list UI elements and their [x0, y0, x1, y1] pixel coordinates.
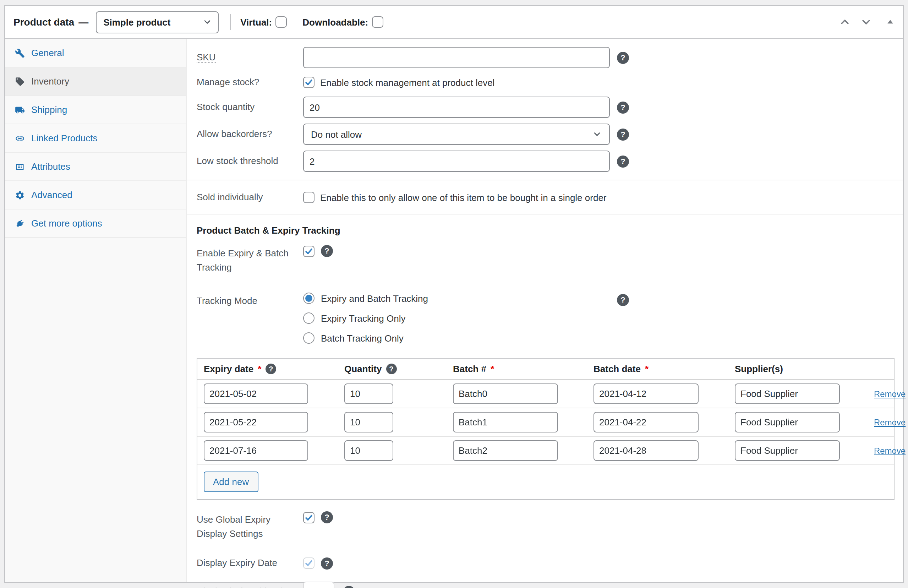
product-data-metabox: Product data — Simple product Virtual: D…	[4, 5, 904, 583]
tab-label: Advanced	[31, 190, 72, 200]
enable-tracking-checkbox[interactable]	[303, 245, 314, 257]
admin-page: Product data — Simple product Virtual: D…	[0, 0, 908, 588]
list-card-icon	[15, 161, 25, 171]
col-header-expiry-date: Expiry date	[204, 364, 253, 374]
gear-icon	[15, 190, 25, 200]
supplier-input[interactable]	[735, 440, 840, 461]
display-expiry-help-icon[interactable]: ?	[321, 557, 333, 569]
tab-label: Get more options	[31, 218, 102, 229]
sold-individually-description: Enable this to only allow one of this it…	[320, 192, 607, 203]
radio-label: Expiry and Batch Tracking	[321, 293, 428, 304]
virtual-label: Virtual:	[240, 17, 272, 27]
sku-help-icon[interactable]: ?	[617, 52, 629, 64]
truck-icon	[15, 105, 25, 115]
enable-tracking-label: Enable Expiry & Batch Tracking	[196, 243, 303, 274]
display-before-help-icon[interactable]: ?	[343, 585, 355, 588]
tag-icon	[15, 76, 25, 86]
display-before-input	[303, 582, 334, 588]
use-global-checkbox[interactable]	[303, 512, 314, 523]
display-expiry-checkbox	[303, 557, 314, 569]
batch-row-3: Remove	[197, 437, 894, 465]
low-stock-help-icon[interactable]: ?	[617, 155, 629, 167]
radio-batch-only[interactable]	[303, 332, 314, 344]
remove-row-link[interactable]: Remove	[874, 389, 905, 399]
tab-advanced[interactable]: Advanced	[5, 181, 186, 209]
collapse-toggle-icon[interactable]	[886, 18, 895, 26]
tracking-mode-row: Tracking Mode Expiry and Batch Tracking …	[187, 288, 903, 348]
required-asterisk: *	[491, 364, 494, 374]
tracking-mode-help-icon[interactable]: ?	[617, 294, 629, 306]
manage-stock-checkbox[interactable]	[303, 77, 314, 88]
move-up-icon[interactable]	[839, 16, 850, 28]
tab-inventory[interactable]: Inventory	[5, 68, 186, 96]
stock-quantity-row: Stock quantity ?	[187, 94, 903, 121]
stock-quantity-label: Stock quantity	[196, 100, 303, 114]
tab-label: General	[31, 48, 64, 58]
remove-row-link[interactable]: Remove	[874, 446, 905, 456]
use-global-row: Use Global Expiry Display Settings ?	[187, 507, 903, 543]
downloadable-checkbox[interactable]	[372, 16, 383, 28]
radio-expiry-only[interactable]	[303, 313, 314, 324]
use-global-help-icon[interactable]: ?	[321, 511, 333, 524]
sku-field-row: SKU ?	[187, 44, 903, 71]
use-global-label: Use Global Expiry Display Settings	[196, 510, 303, 540]
sku-label: SKU	[196, 51, 303, 64]
tracking-mode-option-expiry-and-batch[interactable]: Expiry and Batch Tracking	[303, 293, 428, 304]
display-expiry-label: Display Expiry Date	[196, 556, 303, 570]
product-type-value: Simple product	[103, 17, 171, 27]
col-header-suppliers: Supplier(s)	[735, 364, 783, 374]
expiry-date-input[interactable]	[204, 440, 308, 461]
col-header-batch: Batch #	[453, 364, 486, 374]
move-down-icon[interactable]	[860, 16, 872, 28]
enable-tracking-help-icon[interactable]: ?	[321, 245, 333, 257]
backorders-select[interactable]: Do not allow	[303, 124, 610, 145]
batch-date-input[interactable]	[594, 440, 699, 461]
batch-date-input[interactable]	[594, 412, 699, 432]
quantity-input[interactable]	[345, 440, 393, 461]
backorders-help-icon[interactable]: ?	[617, 128, 629, 140]
inventory-panel: SKU ? Manage stock? Enable stock man	[187, 39, 903, 582]
link-icon	[15, 133, 25, 143]
batch-table-footer: Add new	[197, 465, 894, 499]
virtual-checkbox[interactable]	[275, 16, 287, 28]
supplier-input[interactable]	[735, 412, 840, 432]
tracking-mode-label: Tracking Mode	[196, 291, 303, 308]
quantity-help-icon[interactable]: ?	[386, 364, 396, 374]
sold-individually-checkbox[interactable]	[303, 192, 314, 203]
remove-row-link[interactable]: Remove	[874, 417, 905, 427]
backorders-label: Allow backorders?	[196, 127, 303, 141]
batch-number-input[interactable]	[453, 440, 558, 461]
product-type-select[interactable]: Simple product	[95, 11, 218, 33]
panel-title: Product data	[13, 16, 74, 28]
batch-number-input[interactable]	[453, 412, 558, 432]
tab-get-more-options[interactable]: Get more options	[5, 209, 186, 238]
required-asterisk: *	[258, 364, 261, 374]
sold-individually-label: Sold individually	[196, 191, 303, 205]
col-header-quantity: Quantity	[345, 364, 382, 374]
stock-quantity-input[interactable]	[303, 97, 610, 118]
stock-quantity-help-icon[interactable]: ?	[617, 101, 629, 113]
sku-input[interactable]	[303, 47, 610, 68]
tracking-mode-option-expiry-only[interactable]: Expiry Tracking Only	[303, 313, 428, 324]
quantity-input[interactable]	[345, 412, 393, 432]
tab-shipping[interactable]: Shipping	[5, 96, 186, 124]
batch-date-input[interactable]	[594, 383, 699, 404]
quantity-input[interactable]	[345, 383, 393, 404]
expiry-date-input[interactable]	[204, 383, 308, 404]
supplier-input[interactable]	[735, 383, 840, 404]
expiry-date-input[interactable]	[204, 412, 308, 432]
backorders-row: Allow backorders? Do not allow ?	[187, 121, 903, 148]
add-new-button[interactable]: Add new	[204, 472, 258, 492]
low-stock-label: Low stock threshold	[196, 155, 303, 168]
tab-general[interactable]: General	[5, 39, 186, 68]
low-stock-input[interactable]	[303, 151, 610, 172]
display-expiry-row: Display Expiry Date ?	[187, 552, 903, 575]
expiry-date-help-icon[interactable]: ?	[266, 364, 276, 374]
radio-expiry-and-batch[interactable]	[303, 293, 314, 304]
tab-linked-products[interactable]: Linked Products	[5, 124, 186, 153]
enable-tracking-row: Enable Expiry & Batch Tracking ?	[187, 242, 903, 277]
tracking-mode-option-batch-only[interactable]: Batch Tracking Only	[303, 332, 428, 344]
tab-attributes[interactable]: Attributes	[5, 153, 186, 181]
chevron-down-icon	[592, 129, 602, 139]
batch-number-input[interactable]	[453, 383, 558, 404]
